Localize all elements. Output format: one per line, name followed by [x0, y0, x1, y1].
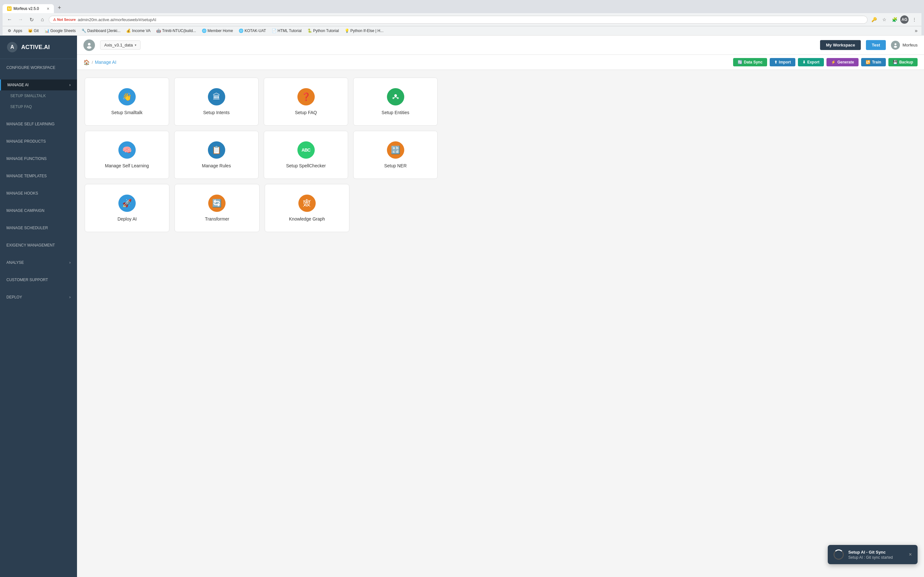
user-name: Morfeus: [903, 43, 918, 47]
train-icon: 🔁: [866, 60, 871, 64]
sidebar-item-manage-self-learning[interactable]: MANAGE SELF LEARNING: [0, 119, 77, 129]
card-manage-rules[interactable]: 📋 Manage Rules: [174, 131, 258, 179]
bookmark-html[interactable]: 📄 HTML Tutorial: [269, 28, 304, 34]
card-setup-spellchecker[interactable]: ABC Setup SpellChecker: [264, 131, 348, 179]
bookmark-income[interactable]: 💰 Income VA: [124, 28, 153, 34]
triniti-favicon: 🤖: [156, 29, 161, 33]
workspace-dropdown-label: Axis_v3.1_data: [104, 43, 133, 47]
bookmark-apps[interactable]: ⚙ Apps: [5, 28, 25, 34]
card-setup-ner[interactable]: 🔡 Setup NER: [353, 131, 438, 179]
new-tab-btn[interactable]: +: [55, 3, 65, 13]
browser-actions: 🔑 ☆ 🧩 AG ⋮: [869, 15, 919, 24]
setup-entities-icon: [387, 88, 404, 105]
sidebar-item-deploy[interactable]: DEPLOY ›: [0, 292, 77, 303]
backup-icon: 💾: [893, 60, 898, 64]
page-toolbar: 🏠 / Manage AI 🔄 Data Sync ⬆ Import ⬇ Exp…: [77, 55, 924, 70]
grid-area: 👋 Setup Smalltalk 🏛 Setup Intents ❓ Setu…: [77, 70, 924, 577]
bookmark-member[interactable]: 🌐 Member Home: [199, 28, 236, 34]
sidebar-section-products: MANAGE PRODUCTS: [0, 133, 77, 150]
export-button[interactable]: ⬇ Export: [798, 58, 824, 66]
bookmark-git[interactable]: 🐱 Git: [25, 28, 41, 34]
bookmark-kotak[interactable]: 🌐 KOTAK-UAT: [236, 28, 268, 34]
sidebar-item-manage-campaign[interactable]: MANAGE CAMPAIGN: [0, 205, 77, 216]
cards-row3: 🚀 Deploy AI 🔄 Transformer 🕸 Knowledge Gr…: [85, 184, 349, 232]
data-sync-button[interactable]: 🔄 Data Sync: [733, 58, 767, 66]
cards-row1: 👋 Setup Smalltalk 🏛 Setup Intents ❓ Setu…: [85, 77, 438, 126]
export-icon: ⬇: [803, 60, 806, 64]
sidebar-item-manage-functions[interactable]: MANAGE FUNCTIONS: [0, 153, 77, 164]
test-button[interactable]: Test: [866, 40, 886, 50]
sidebar-item-setup-smalltalk[interactable]: SETUP SMALLTALK: [0, 90, 77, 101]
address-bar[interactable]: ⚠ Not Secure admin20m.active.ai/morfeusw…: [49, 16, 867, 24]
sidebar-section-functions: MANAGE FUNCTIONS: [0, 150, 77, 167]
knowledge-graph-label: Knowledge Graph: [289, 216, 325, 221]
card-manage-self-learning[interactable]: 🧠 Manage Self Learning: [85, 131, 169, 179]
tab-close-btn[interactable]: ×: [47, 6, 49, 11]
bookmark-python[interactable]: 🐍 Python Tutorial: [305, 28, 341, 34]
generate-button[interactable]: ⚡ Generate: [827, 58, 859, 66]
tab-title: Morfeus v2.5.0: [13, 6, 39, 11]
workspace-dropdown[interactable]: Axis_v3.1_data ▾: [100, 40, 141, 50]
sidebar-item-manage-scheduler[interactable]: MANAGE SCHEDULER: [0, 222, 77, 234]
python-favicon: 🐍: [307, 29, 312, 33]
bookmark-python-if[interactable]: 💡 Python If-Else | H...: [342, 28, 386, 34]
manage-self-learning-icon: 🧠: [118, 141, 136, 159]
manage-rules-icon: 📋: [208, 141, 225, 159]
key-icon[interactable]: 🔑: [869, 15, 879, 24]
browser-toolbar: ← → ↻ ⌂ ⚠ Not Secure admin20m.active.ai/…: [3, 13, 921, 26]
toast-title: Setup AI - Git Sync: [848, 550, 905, 554]
sidebar-section-configure: CONFIGURE WORKSPACE: [0, 59, 77, 76]
sidebar-item-analyse[interactable]: ANALYSE ›: [0, 257, 77, 268]
my-workspace-button[interactable]: My Workspace: [820, 40, 861, 50]
back-btn[interactable]: ←: [5, 15, 14, 24]
user-avatar-browser[interactable]: AG: [900, 15, 909, 24]
card-setup-intents[interactable]: 🏛 Setup Intents: [174, 77, 258, 126]
sidebar-item-exigency-management[interactable]: EXIGENCY MANAGEMENT: [0, 240, 77, 251]
sidebar-item-manage-templates[interactable]: MANAGE TEMPLATES: [0, 171, 77, 181]
breadcrumb-home-icon[interactable]: 🏠: [83, 59, 90, 65]
sidebar-section-campaign: MANAGE CAMPAIGN: [0, 202, 77, 219]
card-deploy-ai[interactable]: 🚀 Deploy AI: [85, 184, 170, 232]
html-favicon: 📄: [272, 29, 276, 33]
card-setup-entities[interactable]: Setup Entities: [353, 77, 438, 126]
svg-point-5: [894, 46, 897, 48]
sidebar-section-templates: MANAGE TEMPLATES: [0, 167, 77, 185]
reload-btn[interactable]: ↻: [27, 15, 36, 24]
bookmarks-more[interactable]: »: [913, 27, 919, 34]
home-btn[interactable]: ⌂: [38, 15, 47, 24]
sidebar-item-manage-products[interactable]: MANAGE PRODUCTS: [0, 136, 77, 147]
bookmark-jenkins[interactable]: 🔧 Dashboard [Jenki...: [79, 28, 123, 34]
card-setup-faq[interactable]: ❓ Setup FAQ: [264, 77, 348, 126]
import-button[interactable]: ⬆ Import: [770, 58, 795, 66]
deploy-ai-icon: 🚀: [118, 195, 136, 212]
logo-icon: A: [6, 41, 18, 53]
analyse-chevron: ›: [69, 260, 71, 265]
header-user[interactable]: Morfeus: [891, 41, 918, 50]
data-sync-icon: 🔄: [738, 60, 742, 64]
deploy-chevron: ›: [69, 295, 71, 300]
bookmark-sheets[interactable]: 📊 Google Sheets: [42, 28, 78, 34]
backup-button[interactable]: 💾 Backup: [888, 58, 918, 66]
active-tab[interactable]: M Morfeus v2.5.0 ×: [3, 4, 54, 13]
train-button[interactable]: 🔁 Train: [861, 58, 886, 66]
card-setup-smalltalk[interactable]: 👋 Setup Smalltalk: [85, 77, 169, 126]
star-icon[interactable]: ☆: [880, 15, 889, 24]
sidebar-item-configure-workspace[interactable]: CONFIGURE WORKSPACE: [0, 62, 77, 73]
sidebar-item-setup-faq[interactable]: SETUP FAQ: [0, 101, 77, 112]
forward-btn[interactable]: →: [16, 15, 25, 24]
sidebar-item-customer-support[interactable]: CUSTOMER SUPPORT: [0, 274, 77, 285]
sheets-favicon: 📊: [45, 29, 49, 33]
transformer-label: Transformer: [205, 216, 229, 221]
breadcrumb-manage-ai: Manage AI: [95, 60, 116, 65]
card-knowledge-graph[interactable]: 🕸 Knowledge Graph: [265, 184, 349, 232]
svg-text:A: A: [10, 44, 14, 50]
card-transformer[interactable]: 🔄 Transformer: [174, 184, 259, 232]
extensions-icon[interactable]: 🧩: [890, 15, 899, 24]
toast-close-btn[interactable]: ×: [909, 552, 912, 557]
sidebar-item-manage-hooks[interactable]: MANAGE HOOKS: [0, 188, 77, 199]
browser-menu-btn[interactable]: ⋮: [910, 15, 919, 24]
bookmark-triniti[interactable]: 🤖 Triniti-NTUC(build...: [153, 28, 199, 34]
toast-spinner: [834, 550, 844, 560]
sidebar-item-manage-ai[interactable]: MANAGE AI ›: [0, 79, 77, 90]
app-container: A ACTIVE.AI CONFIGURE WORKSPACE MANAGE A…: [0, 35, 924, 577]
